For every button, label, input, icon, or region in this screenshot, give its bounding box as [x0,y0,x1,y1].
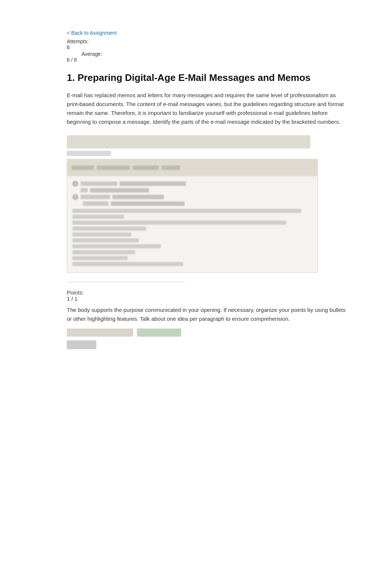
email-body: 1 2 [67,176,317,272]
email-body-line-6 [72,238,139,242]
attempts-value: 6 [67,44,347,50]
email-row-1: 1 [72,181,312,187]
answer-correct-blurred [137,329,181,337]
email-body-line-5 [72,232,131,237]
points-section: Points: 1 / 1 The body supports the purp… [67,289,347,349]
email-body-line-2 [72,215,124,219]
email-body-line-10 [72,262,183,266]
email-mock: 1 2 [67,159,318,273]
feedback-text: The body supports the purpose communicat… [67,306,347,323]
average-value: 6 / 6 [67,57,347,63]
email-toolbar [67,159,317,176]
attempts-label-text: Attempts: [67,38,89,44]
section-divider [67,282,185,282]
email-body-line-4 [72,227,146,231]
email-row-2 [72,188,312,193]
blurred-top-row [67,135,310,149]
email-body-line-8 [72,250,135,254]
points-score: 1 / 1 [67,296,347,302]
email-row-3: 2 [72,194,312,200]
blurred-sub-row [67,151,111,156]
answer-input-blurred [67,329,133,337]
answer-blurred-row [67,329,347,337]
email-body-line-9 [72,256,128,260]
attempts-label: Attempts: [67,38,347,44]
email-body-line-1 [72,209,301,213]
points-label: Points: [67,289,347,296]
done-button-blurred [67,340,96,349]
email-top-blurred-area [67,135,347,156]
email-body-line-7 [72,244,161,248]
email-row-4 [72,201,312,206]
email-body-line-3 [72,221,286,225]
average-label: Average: [82,51,102,57]
question-title: 1. Preparing Digital-Age E-Mail Messages… [67,72,347,84]
question-body-text: E-mail has replaced memos and letters fo… [67,91,347,126]
back-to-assignment-link[interactable]: < Back to Assignment [67,30,117,36]
average-row: Average: [82,51,347,57]
